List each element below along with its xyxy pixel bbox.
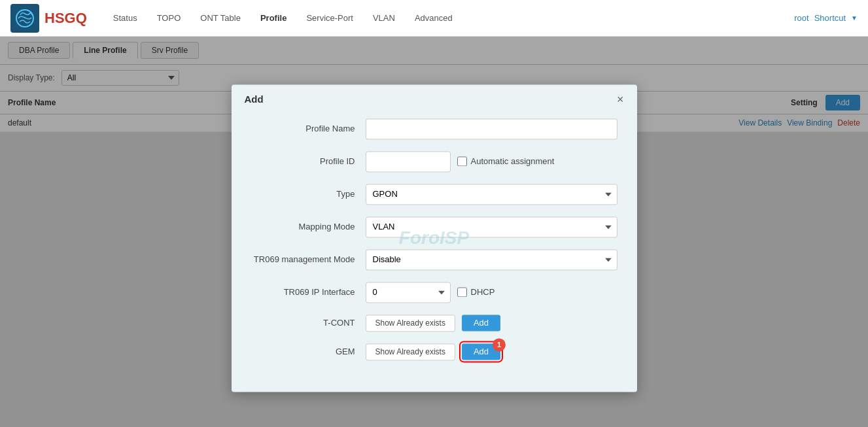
nav-ont-table[interactable]: ONT Table	[200, 13, 241, 23]
type-select-wrap: GPON	[366, 184, 617, 205]
type-label: Type	[251, 189, 366, 199]
modal-header: Add ×	[232, 84, 637, 112]
modal-title: Add	[245, 94, 264, 105]
gem-show-exists-button[interactable]: Show Already exists	[366, 343, 455, 360]
t-cont-label: T-CONT	[251, 318, 366, 328]
automatic-assignment-label: Automatic assignment	[457, 156, 555, 166]
nav-profile[interactable]: Profile	[260, 13, 286, 23]
profile-id-row: Profile ID Automatic assignment	[251, 151, 617, 172]
tr069-mgmt-select-wrap: Disable	[366, 249, 617, 270]
gem-add-btn-wrapper: Add 1	[462, 343, 500, 360]
modal-body: Profile Name Profile ID Automatic assign…	[232, 112, 637, 379]
mapping-mode-select-wrap: VLAN	[366, 216, 617, 237]
type-select[interactable]: GPON	[366, 184, 617, 205]
t-cont-row: T-CONT Show Already exists Add	[251, 315, 617, 332]
mapping-mode-label: Mapping Mode	[251, 222, 366, 231]
add-modal: Add × ForoISP Profile Name Profile ID Au…	[232, 84, 637, 392]
dhcp-label: DHCP	[457, 287, 495, 297]
nav-advanced[interactable]: Advanced	[415, 13, 453, 23]
profile-id-label: Profile ID	[251, 156, 366, 166]
dhcp-checkbox[interactable]	[457, 287, 467, 297]
tr069-ip-label: TR069 IP Interface	[251, 287, 366, 297]
gem-row: GEM Show Already exists Add 1	[251, 343, 617, 360]
logo-icon	[10, 4, 39, 33]
t-cont-add-button[interactable]: Add	[462, 315, 500, 331]
nav-vlan[interactable]: VLAN	[373, 13, 395, 23]
shortcut-dropdown-icon[interactable]: ▼	[851, 14, 858, 22]
profile-name-row: Profile Name	[251, 118, 617, 139]
tr069-ip-select-wrap: 0	[366, 282, 451, 303]
modal-close-button[interactable]: ×	[617, 94, 624, 105]
nav-links: Status TOPO ONT Table Profile Service-Po…	[113, 13, 794, 23]
logo-area: HSGQ	[10, 4, 87, 33]
top-navigation: HSGQ Status TOPO ONT Table Profile Servi…	[0, 0, 868, 37]
profile-name-input[interactable]	[366, 118, 617, 139]
dhcp-text: DHCP	[471, 287, 495, 297]
tr069-mgmt-select[interactable]: Disable	[366, 249, 617, 270]
tr069-ip-row: TR069 IP Interface 0 DHCP	[251, 282, 617, 303]
profile-id-input[interactable]	[366, 151, 451, 172]
t-cont-controls: Show Already exists Add	[366, 315, 617, 332]
nav-service-port[interactable]: Service-Port	[306, 13, 353, 23]
nav-right: root Shortcut ▼	[794, 13, 858, 23]
nav-user: root	[794, 13, 808, 23]
tr069-mgmt-label: TR069 management Mode	[251, 254, 366, 264]
automatic-assignment-checkbox[interactable]	[457, 156, 467, 166]
tr069-ip-select[interactable]: 0	[366, 282, 451, 303]
type-row: Type GPON	[251, 184, 617, 205]
mapping-mode-select[interactable]: VLAN	[366, 216, 617, 237]
gem-badge: 1	[493, 338, 506, 351]
profile-name-label: Profile Name	[251, 124, 366, 133]
main-content: DBA Profile Line Profile Srv Profile Dis…	[0, 37, 868, 427]
nav-topo[interactable]: TOPO	[157, 13, 181, 23]
t-cont-show-exists-button[interactable]: Show Already exists	[366, 315, 455, 332]
gem-label: GEM	[251, 347, 366, 356]
automatic-assignment-text: Automatic assignment	[471, 156, 555, 166]
tr069-mgmt-row: TR069 management Mode Disable	[251, 249, 617, 270]
nav-shortcut[interactable]: Shortcut	[814, 13, 846, 23]
brand-name: HSGQ	[44, 10, 87, 27]
gem-controls: Show Already exists Add 1	[366, 343, 617, 360]
nav-status[interactable]: Status	[113, 13, 137, 23]
mapping-mode-row: Mapping Mode VLAN	[251, 216, 617, 237]
